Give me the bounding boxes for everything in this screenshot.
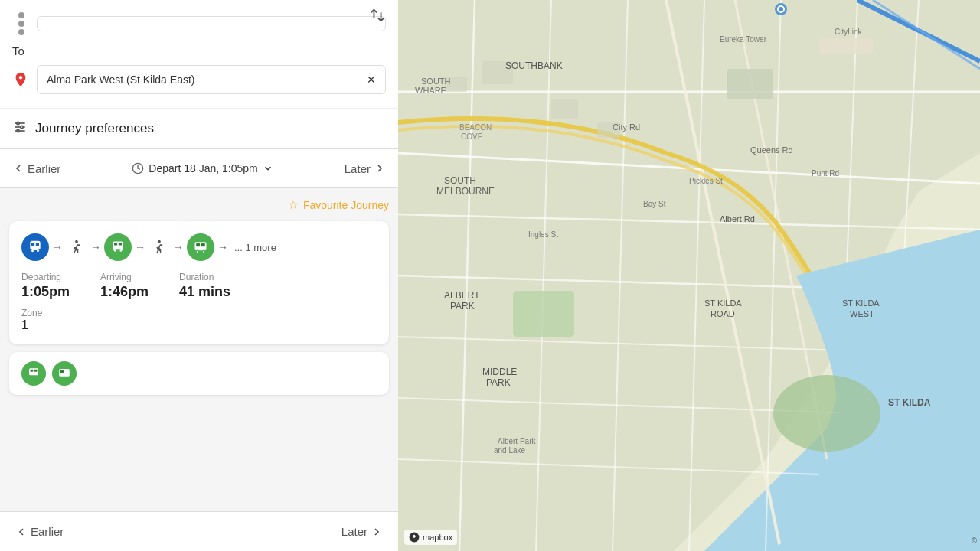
dots-sidebar: [12, 12, 31, 35]
bus-icon-1: [187, 233, 214, 261]
arrow-4: →: [173, 241, 184, 253]
svg-text:WEST: WEST: [850, 309, 874, 318]
left-panel: To Alma Park West (St Kilda East) ✕: [0, 0, 398, 551]
earlier-bottom-label: Earlier: [31, 525, 64, 538]
arrow-3: →: [135, 241, 145, 253]
duration-block: Duration 41 mins: [179, 272, 230, 300]
svg-text:SOUTHBANK: SOUTHBANK: [505, 60, 563, 71]
svg-text:Punt Rd: Punt Rd: [812, 169, 839, 178]
journey-times: Departing 1:05pm Arriving 1:46pm Duratio…: [21, 272, 377, 300]
destination-input-box[interactable]: Alma Park West (St Kilda East) ✕: [37, 65, 386, 94]
tram-icon-2: [104, 233, 132, 261]
svg-text:Queens Rd: Queens Rd: [750, 145, 793, 155]
svg-text:ST KILDA: ST KILDA: [888, 397, 931, 408]
svg-rect-25: [31, 370, 34, 372]
svg-text:Albert Park: Albert Park: [498, 437, 536, 445]
svg-rect-24: [29, 368, 38, 375]
favourite-journey-row: ☆ Favourite Journey: [9, 194, 389, 215]
zone-value: 1: [21, 318, 377, 332]
svg-text:ALBERT: ALBERT: [444, 290, 480, 301]
swap-button[interactable]: [369, 7, 386, 27]
arriving-time: 1:46pm: [100, 284, 149, 300]
journey-card-1[interactable]: → →: [9, 221, 389, 344]
later-bottom-button[interactable]: Later: [338, 519, 386, 544]
arrow-5: →: [217, 241, 228, 253]
svg-point-23: [203, 250, 205, 253]
svg-rect-8: [31, 243, 34, 246]
svg-rect-28: [60, 370, 64, 373]
dot-3: [18, 29, 24, 35]
svg-text:ROAD: ROAD: [710, 309, 735, 318]
svg-text:MIDDLE: MIDDLE: [482, 367, 517, 377]
duration-label: Duration: [179, 272, 230, 282]
svg-text:BEACON: BEACON: [459, 123, 492, 132]
arriving-block: Arriving 1:46pm: [100, 272, 149, 300]
svg-rect-15: [119, 243, 122, 245]
svg-rect-47: [513, 291, 574, 337]
departing-block: Departing 1:05pm: [21, 272, 70, 300]
svg-point-4: [21, 126, 23, 128]
svg-text:ST KILDA: ST KILDA: [704, 298, 742, 308]
from-row: [0, 6, 398, 41]
svg-text:Ingles St: Ingles St: [528, 230, 558, 239]
earlier-top-button[interactable]: Earlier: [9, 156, 64, 181]
journey-results-area[interactable]: ☆ Favourite Journey: [0, 188, 398, 511]
svg-rect-26: [34, 370, 38, 372]
bottom-navigation-bar: Earlier Later: [0, 511, 398, 551]
svg-point-17: [120, 249, 122, 252]
clear-destination-button[interactable]: ✕: [367, 73, 376, 86]
zone-section: Zone 1: [21, 308, 377, 332]
svg-point-3: [17, 122, 19, 124]
mapbox-label: mapbox: [423, 533, 452, 542]
destination-text: Alma Park West (St Kilda East): [47, 73, 194, 86]
svg-rect-51: [551, 99, 578, 119]
svg-text:Bay St: Bay St: [643, 200, 666, 208]
svg-text:SOUTH: SOUTH: [444, 175, 476, 186]
later-top-label: Later: [345, 162, 371, 175]
journey-preferences-title: Journey preferences: [35, 121, 154, 136]
svg-rect-20: [196, 243, 200, 246]
svg-point-48: [773, 375, 880, 452]
map-copyright: ©: [972, 536, 977, 545]
svg-point-11: [37, 250, 39, 253]
arrow-2: →: [90, 241, 101, 253]
svg-point-16: [114, 249, 116, 252]
map-container[interactable]: SOUTH WHARF SOUTHBANK Eureka Tower CityL…: [398, 0, 980, 551]
bus-preview-1: [52, 361, 77, 386]
map-panel[interactable]: SOUTH WHARF SOUTHBANK Eureka Tower CityL…: [398, 0, 980, 551]
favourite-label: Favourite Journey: [303, 199, 389, 211]
later-bottom-label: Later: [341, 525, 368, 538]
svg-rect-13: [113, 242, 122, 249]
svg-text:and Lake: and Lake: [494, 446, 526, 455]
svg-text:PARK: PARK: [450, 301, 475, 311]
svg-text:COVE: COVE: [461, 132, 483, 141]
depart-time-text: Depart 18 Jan, 1:05pm: [149, 162, 257, 174]
journey-card-2-preview[interactable]: [9, 352, 389, 395]
svg-text:Albert Rd: Albert Rd: [720, 214, 755, 223]
earlier-top-label: Earlier: [28, 162, 60, 175]
svg-point-12: [75, 240, 78, 243]
svg-rect-21: [201, 243, 205, 246]
duration-value: 41 mins: [179, 284, 230, 300]
dot-1: [18, 12, 24, 18]
depart-time-selector[interactable]: Depart 18 Jan, 1:05pm: [132, 162, 273, 174]
later-top-button[interactable]: Later: [341, 156, 389, 181]
svg-point-18: [158, 240, 161, 243]
arriving-label: Arriving: [100, 272, 149, 282]
departing-time: 1:05pm: [21, 284, 70, 300]
favourite-journey-button[interactable]: ☆ Favourite Journey: [288, 197, 389, 212]
mapbox-attribution: mapbox: [404, 530, 457, 545]
walk-icon-2: [149, 236, 170, 258]
from-input-box[interactable]: [37, 16, 386, 31]
tram-icon-1: [21, 233, 49, 261]
svg-text:Eureka Tower: Eureka Tower: [720, 35, 767, 44]
svg-text:ST KILDA: ST KILDA: [842, 298, 880, 308]
svg-rect-53: [819, 38, 873, 54]
svg-point-22: [196, 250, 198, 253]
svg-text:Pickles St: Pickles St: [689, 177, 723, 185]
earlier-bottom-button[interactable]: Earlier: [12, 519, 67, 544]
walk-icon-1: [66, 236, 87, 258]
svg-rect-46: [727, 69, 773, 99]
star-icon: ☆: [288, 197, 299, 212]
svg-text:SOUTH: SOUTH: [421, 77, 451, 86]
